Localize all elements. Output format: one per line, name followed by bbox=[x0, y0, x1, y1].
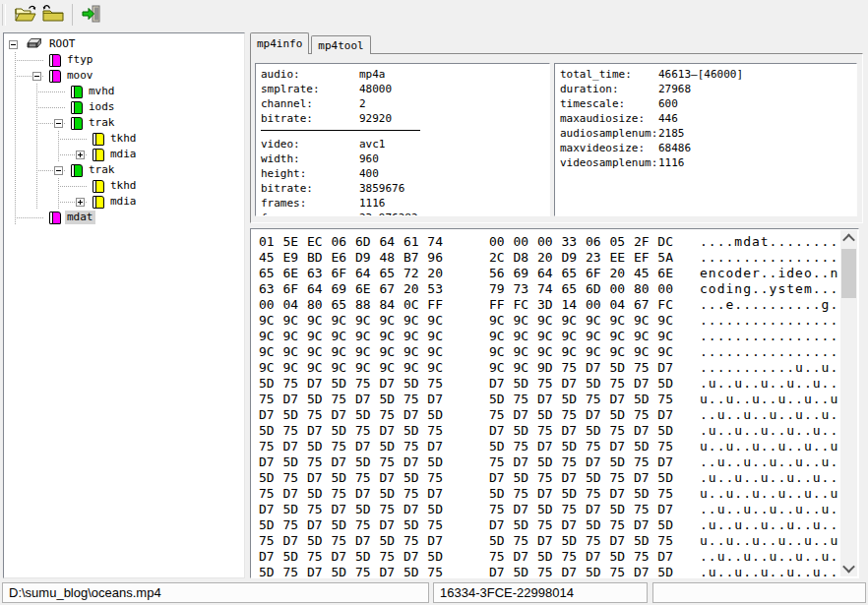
hex-row: 5D 75 D7 5D 75 D7 5D 75D7 5D 75 D7 5D 75… bbox=[259, 565, 858, 578]
video-info-row-label: bitrate: bbox=[261, 181, 359, 196]
hex-bytes-right: D7 5D 75 D7 5D 75 D7 5D bbox=[489, 565, 676, 578]
collapse-minus-icon[interactable] bbox=[54, 166, 63, 175]
total-info-box: total_time:46613—[46000]duration:27968ti… bbox=[554, 63, 857, 216]
tree-item-moov[interactable]: moov bbox=[4, 68, 244, 84]
tree-item-label[interactable]: iods bbox=[87, 100, 117, 114]
video-info-row: frames:1116 bbox=[261, 196, 544, 211]
hex-bytes-right: 9C 9C 9D 75 D7 5D 75 D7 bbox=[489, 360, 676, 376]
hex-bytes-left: 65 6E 63 6F 64 65 72 20 bbox=[259, 266, 446, 281]
audio-info-row-label: smplrate: bbox=[261, 82, 359, 96]
tree-item-ROOT[interactable]: ROOT bbox=[4, 36, 244, 52]
hex-row: D7 5D 75 D7 5D 75 D7 5D75 D7 5D 75 D7 5D… bbox=[259, 454, 858, 470]
hex-row: 01 5E EC 06 6D 64 61 7400 00 00 33 06 05… bbox=[259, 234, 858, 250]
tab-mp4info[interactable]: mp4info bbox=[250, 32, 309, 54]
tab-mp4tool[interactable]: mp4tool bbox=[311, 35, 370, 54]
tree-item-mdat[interactable]: mdat bbox=[4, 210, 244, 225]
collapse-minus-icon[interactable] bbox=[54, 119, 63, 128]
tree-item-label[interactable]: mvhd bbox=[87, 85, 117, 98]
hex-ascii: ................ bbox=[700, 344, 838, 360]
video-info-row-value: 23.976282 bbox=[359, 212, 418, 216]
hex-row: D7 5D 75 D7 5D 75 D7 5D75 D7 5D 75 D7 5D… bbox=[259, 502, 858, 517]
tree-item-label[interactable]: mdat bbox=[65, 211, 95, 224]
tree-connector bbox=[47, 131, 91, 147]
hex-row: 9C 9C 9C 9C 9C 9C 9C 9C9C 9C 9D 75 D7 5D… bbox=[259, 360, 858, 376]
tree-item-trak[interactable]: trak bbox=[4, 162, 244, 178]
status-file-path: D:\sumu_blog\oceans.mp4 bbox=[2, 582, 429, 603]
tree-item-tkhd[interactable]: tkhd bbox=[4, 178, 244, 194]
open-file-button[interactable] bbox=[12, 2, 39, 28]
total-info-row: duration:27968 bbox=[560, 82, 851, 96]
scrollbar-thumb[interactable] bbox=[841, 249, 856, 298]
audio-info-row-value: 92920 bbox=[359, 112, 392, 125]
tree-item-tkhd[interactable]: tkhd bbox=[4, 131, 244, 147]
tree-guide-line bbox=[4, 84, 26, 99]
hex-bytes-left: 75 D7 5D 75 D7 5D 75 D7 bbox=[259, 533, 446, 549]
toolbar-gripper bbox=[2, 4, 6, 26]
hex-ascii: coding..ystem... bbox=[700, 281, 838, 297]
tree-item-label[interactable]: moov bbox=[65, 69, 95, 83]
close-file-button[interactable] bbox=[39, 2, 67, 28]
scroll-up-button[interactable] bbox=[840, 230, 857, 247]
scroll-down-button[interactable] bbox=[840, 560, 857, 576]
tree-connector bbox=[4, 36, 26, 52]
hex-ascii: ..u..u..u..u..u. bbox=[700, 454, 838, 470]
status-file-id: 16334-3FCE-22998014 bbox=[433, 582, 648, 603]
video-info-row-label: height: bbox=[261, 166, 359, 181]
root-icon bbox=[27, 36, 44, 52]
hex-vertical-scrollbar[interactable] bbox=[840, 230, 857, 576]
tree-item-iods[interactable]: iods bbox=[4, 99, 244, 115]
tree-guide-line bbox=[4, 115, 26, 131]
audio-video-separator bbox=[261, 130, 420, 131]
total-info-row-value: 2185 bbox=[658, 127, 685, 140]
status-bar: D:\sumu_blog\oceans.mp4 16334-3FCE-22998… bbox=[0, 581, 868, 605]
hex-bytes-left: 63 6F 64 69 6E 67 20 53 bbox=[259, 281, 446, 297]
hex-bytes-left: 5D 75 D7 5D 75 D7 5D 75 bbox=[259, 517, 446, 533]
exit-button[interactable] bbox=[78, 2, 105, 28]
hex-bytes-left: 9C 9C 9C 9C 9C 9C 9C 9C bbox=[259, 344, 446, 360]
hex-bytes-right: D7 5D 75 D7 5D 75 D7 5D bbox=[489, 470, 676, 486]
tree-connector bbox=[4, 210, 47, 225]
hex-ascii: .u..u..u..u..u.. bbox=[700, 517, 838, 533]
tree-item-trak[interactable]: trak bbox=[4, 115, 244, 131]
hex-bytes-left: 01 5E EC 06 6D 64 61 74 bbox=[259, 234, 446, 250]
hex-bytes-left: 5D 75 D7 5D 75 D7 5D 75 bbox=[259, 423, 446, 439]
hex-bytes-right: 2C D8 20 D9 23 EE EF 5A bbox=[489, 250, 676, 266]
tree-guide-line bbox=[4, 131, 26, 147]
hex-row: 9C 9C 9C 9C 9C 9C 9C 9C9C 9C 9C 9C 9C 9C… bbox=[259, 329, 858, 344]
hex-row: 00 04 80 65 88 84 0C FFFF FC 3D 14 00 04… bbox=[259, 297, 858, 313]
expand-plus-icon[interactable] bbox=[76, 198, 85, 207]
tree-item-label[interactable]: ROOT bbox=[47, 37, 78, 51]
tree-item-label[interactable]: tkhd bbox=[108, 132, 139, 146]
tree-item-label[interactable]: mdia bbox=[108, 148, 139, 161]
tree-item-mdia[interactable]: mdia bbox=[4, 147, 244, 162]
tree-item-label[interactable]: trak bbox=[87, 116, 117, 130]
audio-info-row: smplrate:48000 bbox=[261, 82, 544, 96]
tree-item-label[interactable]: ftyp bbox=[65, 53, 95, 67]
tree-connector bbox=[4, 52, 47, 68]
video-info-row: bitrate:3859676 bbox=[261, 181, 544, 196]
total-info-row: timescale:600 bbox=[560, 96, 851, 111]
tree-item-label[interactable]: trak bbox=[87, 163, 117, 177]
total-info-row-label: duration: bbox=[560, 82, 658, 96]
total-info-row: audiosamplenum:2185 bbox=[560, 126, 851, 141]
tree-connector bbox=[47, 194, 91, 210]
tree-item-mdia[interactable]: mdia bbox=[4, 194, 244, 210]
expand-plus-icon[interactable] bbox=[76, 151, 85, 159]
tree-item-ftyp[interactable]: ftyp bbox=[4, 52, 244, 68]
tree-item-mvhd[interactable]: mvhd bbox=[4, 84, 244, 99]
hex-row: 9C 9C 9C 9C 9C 9C 9C 9C9C 9C 9C 9C 9C 9C… bbox=[259, 313, 858, 329]
info-group-panel: audio:mp4asmplrate:48000channel:2bitrate… bbox=[250, 53, 863, 223]
audio-info-row-value: mp4a bbox=[359, 68, 386, 81]
collapse-minus-icon[interactable] bbox=[32, 72, 41, 81]
hex-bytes-left: 5D 75 D7 5D 75 D7 5D 75 bbox=[259, 565, 446, 578]
collapse-minus-icon[interactable] bbox=[9, 40, 18, 49]
hex-ascii: u..u..u..u..u..u bbox=[700, 533, 838, 549]
hex-bytes-left: 45 E9 BD E6 D9 48 B7 96 bbox=[259, 250, 446, 266]
hex-row: 5D 75 D7 5D 75 D7 5D 75D7 5D 75 D7 5D 75… bbox=[259, 517, 858, 533]
atom-yellow-book-icon bbox=[93, 196, 104, 209]
hex-bytes-left: 75 D7 5D 75 D7 5D 75 D7 bbox=[259, 392, 446, 407]
tree-item-label[interactable]: tkhd bbox=[108, 179, 139, 193]
tree-guide-line bbox=[26, 147, 47, 162]
tree-item-label[interactable]: mdia bbox=[108, 195, 139, 209]
hex-bytes-left: 5D 75 D7 5D 75 D7 5D 75 bbox=[259, 376, 446, 392]
